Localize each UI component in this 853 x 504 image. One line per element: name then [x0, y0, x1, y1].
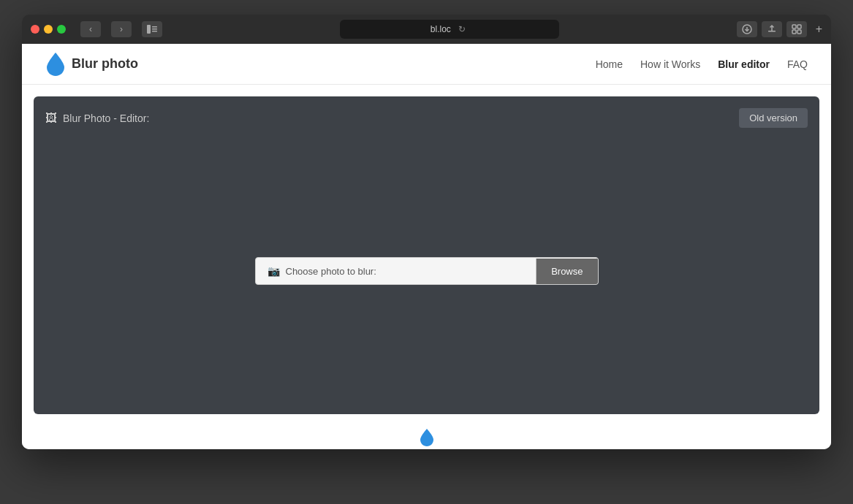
nav-link-how-it-works[interactable]: How it Works: [640, 58, 700, 70]
file-input-placeholder-text: Choose photo to blur:: [286, 266, 376, 277]
file-input-wrapper[interactable]: 📷 Choose photo to blur: Browse: [255, 257, 599, 285]
navbar: Blur photo Home How it Works Blur editor…: [22, 44, 831, 85]
new-tab-button[interactable]: [786, 21, 807, 37]
editor-title-icon: 🖼: [45, 112, 57, 125]
old-version-button[interactable]: Old version: [739, 108, 808, 128]
download-button[interactable]: [737, 21, 757, 37]
add-tab-button[interactable]: +: [816, 23, 822, 36]
svg-rect-2: [152, 28, 157, 30]
editor-title-text: Blur Photo - Editor:: [63, 112, 149, 124]
file-input-icon: 📷: [268, 265, 280, 277]
file-input-label[interactable]: 📷 Choose photo to blur:: [256, 258, 537, 284]
svg-rect-3: [152, 31, 157, 32]
nav-logo[interactable]: Blur photo: [45, 51, 138, 77]
website: Blur photo Home How it Works Blur editor…: [22, 44, 831, 449]
nav-forward-button[interactable]: ›: [111, 21, 132, 37]
traffic-light-green[interactable]: [57, 25, 66, 34]
address-bar[interactable]: bl.loc ↻: [340, 20, 559, 39]
editor-header: 🖼 Blur Photo - Editor: Old version: [45, 108, 808, 128]
nav-links: Home How it Works Blur editor FAQ: [596, 58, 808, 70]
browser-window: ‹ › bl.loc ↻: [22, 15, 831, 449]
traffic-light-yellow[interactable]: [44, 25, 53, 34]
sidebar-toggle-button[interactable]: [142, 21, 162, 37]
footer-logo-drop-icon: [420, 428, 434, 447]
nav-link-blur-editor[interactable]: Blur editor: [718, 58, 770, 70]
svg-rect-0: [147, 25, 151, 34]
svg-rect-8: [792, 25, 796, 28]
nav-back-button[interactable]: ‹: [80, 21, 101, 37]
address-bar-wrapper: bl.loc ↻: [168, 20, 731, 39]
footer-preview: [22, 426, 831, 449]
editor-title: 🖼 Blur Photo - Editor:: [45, 112, 149, 125]
svg-rect-6: [768, 31, 776, 32]
browser-titlebar: ‹ › bl.loc ↻: [22, 15, 831, 44]
svg-rect-11: [797, 30, 801, 34]
traffic-lights: [31, 25, 66, 34]
traffic-light-red[interactable]: [31, 25, 39, 34]
share-button[interactable]: [762, 21, 782, 37]
svg-rect-9: [797, 25, 801, 28]
browse-button[interactable]: Browse: [536, 259, 597, 284]
nav-brand-text: Blur photo: [72, 56, 138, 72]
nav-link-home[interactable]: Home: [596, 58, 623, 70]
nav-link-faq[interactable]: FAQ: [787, 58, 808, 70]
scrollbar-track[interactable]: [824, 15, 831, 44]
editor-container: 🖼 Blur Photo - Editor: Old version 📷 Cho…: [34, 96, 819, 414]
svg-rect-10: [792, 30, 796, 34]
editor-body: 📷 Choose photo to blur: Browse: [45, 140, 808, 402]
logo-drop-icon: [45, 51, 66, 77]
url-text: bl.loc: [431, 24, 451, 34]
reload-button[interactable]: ↻: [455, 23, 469, 36]
browser-actions: [737, 21, 807, 37]
svg-rect-1: [152, 26, 157, 28]
